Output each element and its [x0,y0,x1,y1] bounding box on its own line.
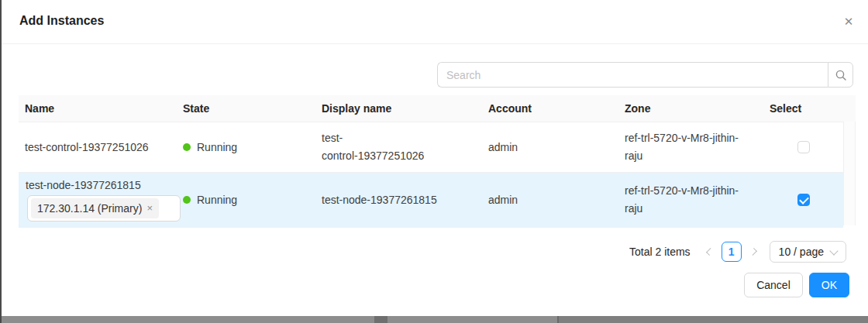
chevron-right-icon [749,248,757,256]
background-segment [559,316,868,323]
modal-footer: Cancel OK [744,273,849,297]
state-label: Running [197,141,237,153]
page-left-edge [0,0,2,323]
page-size-value: 10 / page [779,246,824,258]
pagination: Total 2 items 1 10 / page [629,241,846,263]
table-row[interactable]: test-node-19377261815 172.30.1.14 (Prima… [19,173,843,228]
cell-name: test-control-19377251026 [19,141,177,153]
next-page-button[interactable] [746,242,760,262]
chevron-down-icon [829,246,838,255]
modal-header: Add Instances ✕ [0,0,868,44]
cell-zone: ref-trl-5720-v-Mr8-jithin- raju [618,129,763,165]
modal-title: Add Instances [19,14,104,28]
close-icon: ✕ [844,15,854,29]
search-input[interactable] [437,62,828,88]
ok-button[interactable]: OK [809,273,849,297]
close-button[interactable]: ✕ [839,12,858,31]
select-checkbox[interactable] [797,141,810,153]
dimmed-background-page [0,316,868,323]
cell-display-name: test-node-19377261815 [315,194,482,206]
chevron-left-icon [706,248,714,256]
column-header-display-name: Display name [315,102,482,115]
nic-select[interactable]: 172.30.1.14 (Primary) × [27,195,181,222]
page-size-select[interactable]: 10 / page [770,241,846,263]
column-header-select: Select [763,102,856,115]
running-status-dot-icon [183,196,191,204]
table-header-row: Name State Display name Account Zone Sel… [19,95,856,122]
cell-zone: ref-trl-5720-v-Mr8-jithin- raju [618,182,763,218]
table-row[interactable]: test-control-19377251026 Running test- c… [19,122,843,173]
background-segment [388,316,557,323]
pagination-total: Total 2 items [629,246,691,258]
instance-name: test-node-19377261815 [26,179,170,191]
running-status-dot-icon [183,143,191,151]
ip-tag: 172.30.1.14 (Primary) × [31,198,159,218]
column-header-state: State [177,102,315,115]
background-segment [374,316,388,323]
cell-select [763,141,843,153]
state-label: Running [197,194,237,206]
column-header-zone: Zone [618,102,763,115]
cell-account: admin [482,194,618,206]
previous-page-button[interactable] [703,242,717,262]
column-header-account: Account [482,102,618,115]
cell-account: admin [482,141,618,153]
add-instances-modal: Add Instances ✕ Name State Display name … [0,0,868,323]
tag-remove-icon[interactable]: × [146,203,153,213]
cell-name: test-node-19377261815 172.30.1.14 (Prima… [19,179,177,222]
select-checkbox[interactable] [797,194,810,206]
background-segment [0,316,374,323]
search-icon [835,69,847,81]
current-page-button[interactable]: 1 [722,242,742,262]
cell-state: Running [177,194,315,206]
search-button[interactable] [828,62,853,88]
search-bar [437,62,853,88]
cell-select [763,194,843,206]
instances-table: Name State Display name Account Zone Sel… [19,95,856,228]
name-with-nic: test-node-19377261815 172.30.1.14 (Prima… [25,179,170,222]
cancel-button[interactable]: Cancel [744,273,803,297]
column-header-name: Name [19,102,177,115]
cell-state: Running [177,141,315,153]
cell-display-name: test- control-19377251026 [315,129,482,165]
ip-tag-label: 172.30.1.14 (Primary) [37,202,142,215]
table-scrollbar[interactable] [843,122,856,225]
